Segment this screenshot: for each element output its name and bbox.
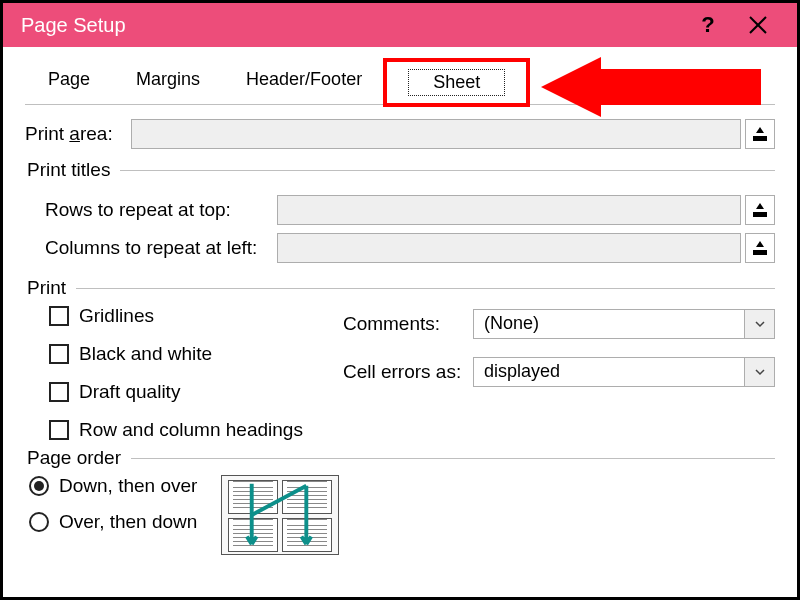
close-button[interactable] xyxy=(733,3,783,47)
gridlines-checkbox[interactable]: Gridlines xyxy=(49,305,303,327)
cols-repeat-input[interactable] xyxy=(277,233,741,263)
cols-repeat-label: Columns to repeat at left: xyxy=(45,237,277,259)
help-button[interactable]: ? xyxy=(683,3,733,47)
rows-repeat-label: Rows to repeat at top: xyxy=(45,199,277,221)
rows-repeat-input[interactable] xyxy=(277,195,741,225)
close-icon xyxy=(749,16,767,34)
order-arrow-icon xyxy=(222,476,338,554)
cols-repeat-ref-button[interactable] xyxy=(745,233,775,263)
tab-margins[interactable]: Margins xyxy=(113,60,223,105)
comments-select[interactable]: (None) xyxy=(473,309,775,339)
down-then-over-radio[interactable]: Down, then over xyxy=(29,475,197,497)
svg-rect-3 xyxy=(753,212,767,217)
help-icon: ? xyxy=(701,12,714,38)
title-bar: Page Setup ? xyxy=(3,3,797,47)
dialog-title: Page Setup xyxy=(21,14,683,37)
page-order-legend: Page order xyxy=(25,447,131,469)
print-area-input[interactable] xyxy=(131,119,741,149)
print-area-row: Print area: xyxy=(25,119,775,149)
collapse-dialog-icon xyxy=(752,126,768,142)
tab-header-footer[interactable]: Header/Footer xyxy=(223,60,385,105)
chevron-down-icon xyxy=(744,358,774,386)
chevron-down-icon xyxy=(744,310,774,338)
rows-repeat-ref-button[interactable] xyxy=(745,195,775,225)
comments-label: Comments: xyxy=(343,313,473,335)
print-legend: Print xyxy=(25,277,76,299)
over-then-down-radio[interactable]: Over, then down xyxy=(29,511,197,533)
print-area-ref-button[interactable] xyxy=(745,119,775,149)
black-white-checkbox[interactable]: Black and white xyxy=(49,343,303,365)
cell-errors-label: Cell errors as: xyxy=(343,361,473,383)
tab-sheet[interactable]: Sheet xyxy=(385,60,528,105)
collapse-dialog-icon xyxy=(752,202,768,218)
page-order-group: Page order Down, then over Over, then do… xyxy=(25,447,775,555)
print-area-label: Print area: xyxy=(25,123,131,145)
collapse-dialog-icon xyxy=(752,240,768,256)
print-titles-legend: Print titles xyxy=(25,159,120,181)
row-col-headings-checkbox[interactable]: Row and column headings xyxy=(49,419,303,441)
print-titles-group: Print titles Rows to repeat at top: Colu… xyxy=(25,159,775,271)
dialog-body: Page Margins Header/Footer Sheet Print a… xyxy=(3,47,797,555)
tab-strip: Page Margins Header/Footer Sheet xyxy=(25,59,775,105)
svg-rect-4 xyxy=(753,250,767,255)
draft-quality-checkbox[interactable]: Draft quality xyxy=(49,381,303,403)
tab-page[interactable]: Page xyxy=(25,60,113,105)
svg-rect-2 xyxy=(753,136,767,141)
cell-errors-select[interactable]: displayed xyxy=(473,357,775,387)
page-order-preview xyxy=(221,475,339,555)
print-group: Print Gridlines Black and white Draft qu… xyxy=(25,277,775,441)
